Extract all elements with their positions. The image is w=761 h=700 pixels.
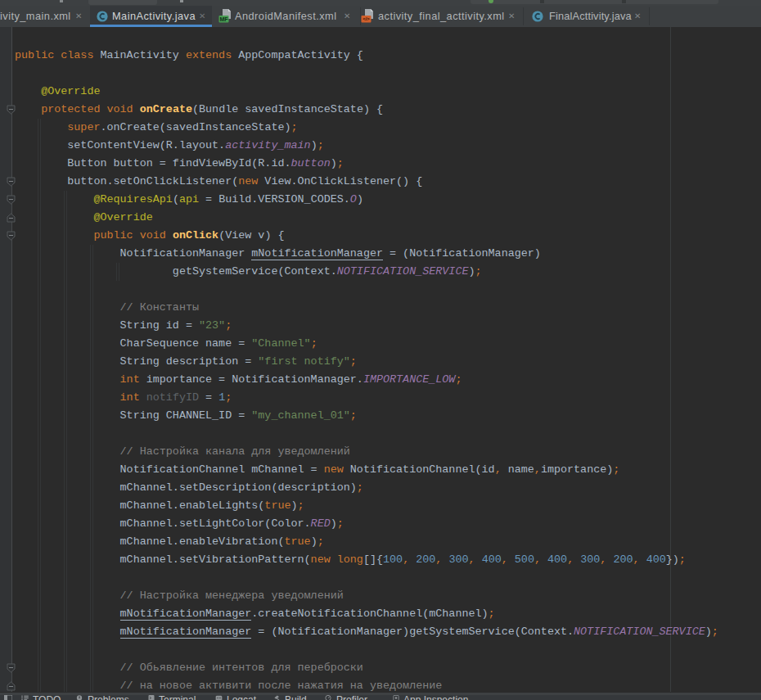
svg-text:MF: MF — [219, 16, 228, 22]
svg-text:</>: </> — [362, 16, 370, 21]
